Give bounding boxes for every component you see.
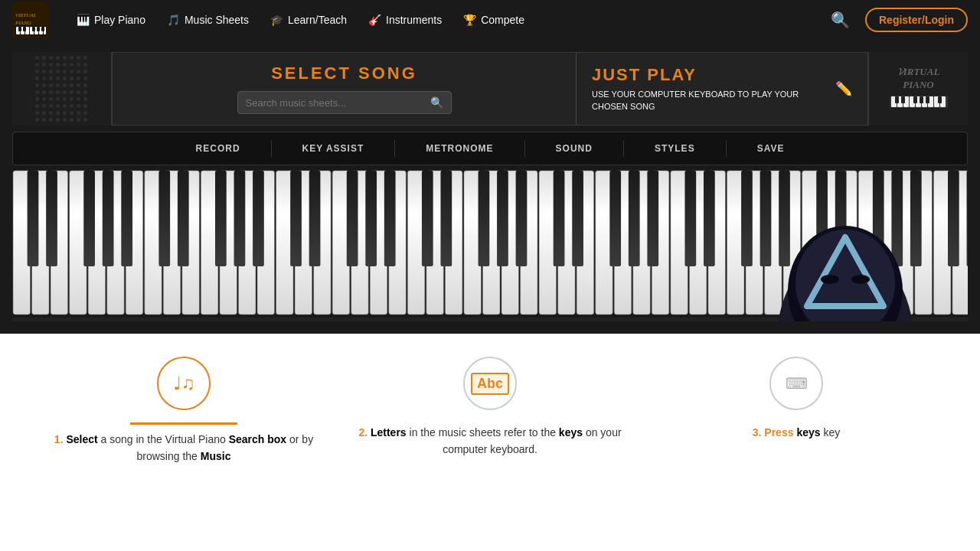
step-1-icon[interactable]: ♩♫ [157,357,211,410]
svg-rect-16 [41,27,44,31]
grill-left [28,48,96,130]
black-key[interactable] [741,171,753,266]
black-key[interactable] [365,171,377,266]
black-key[interactable] [158,171,170,266]
step-2: Abc 2. Letters in the music sheets refer… [337,357,643,465]
select-song-panel: SELECT SONG 🔍 [113,53,577,125]
black-key[interactable] [103,171,114,266]
svg-rect-13 [23,27,26,31]
black-key[interactable] [910,171,922,266]
black-key[interactable] [83,171,95,266]
black-key[interactable] [422,171,433,266]
piano-keys-container [12,168,968,321]
black-key[interactable] [309,171,321,266]
step-3-text: 3. Press keys key [658,424,934,441]
guitar-icon: 🎸 [368,14,381,26]
black-key[interactable] [121,171,132,266]
music-notes-icon: ♩♫ [173,373,195,394]
svg-rect-15 [37,27,40,31]
piano-keys [12,168,968,318]
nav-item-compete[interactable]: 🏆 Compete [454,9,534,31]
svg-rect-12 [18,27,21,31]
nav-item-instruments[interactable]: 🎸 Instruments [359,9,451,31]
black-key[interactable] [760,171,772,266]
select-song-title: SELECT SONG [136,64,553,83]
black-key[interactable] [290,171,302,266]
step-3: ⌨ 3. Press keys key [643,357,949,465]
step-1-text: 1. Select a song in the Virtual Piano Se… [46,431,322,465]
black-key[interactable] [684,171,696,266]
black-key[interactable] [46,171,57,266]
logo[interactable]: V IRTUAL PIANO [12,2,52,38]
speaker-right: 𝓥IRTUAL PIANO [868,52,968,126]
black-key[interactable] [779,171,790,266]
bottom-content: ♩♫ 1. Select a song in the Virtual Piano… [0,334,980,488]
edit-icon[interactable]: ✏️ [835,80,852,97]
just-play-title: JUST PLAY [592,65,828,85]
controls-bar: RECORD KEY ASSIST METRONOME SOUND STYLES… [12,132,968,165]
black-key[interactable] [497,171,508,266]
step-1-underline [130,422,237,425]
black-key[interactable] [891,171,903,266]
just-play-text: JUST PLAY USE YOUR COMPUTER KEYBOARD TO … [592,65,828,113]
svg-text:PIANO: PIANO [15,20,31,26]
trophy-icon: 🏆 [463,14,476,26]
black-key[interactable] [967,171,968,266]
search-input[interactable] [246,97,430,109]
just-play-description: USE YOUR COMPUTER KEYBOARD TO PLAY YOUR … [592,88,828,113]
nav-item-music-sheets[interactable]: 🎵 Music Sheets [158,9,258,31]
control-record[interactable]: RECORD [165,140,272,157]
vp-logo-overlay: 𝓥IRTUAL PIANO [888,66,949,112]
control-styles[interactable]: STYLES [624,140,727,157]
black-key[interactable] [816,171,828,266]
black-key[interactable] [572,171,583,266]
search-button[interactable]: 🔍 [825,8,856,32]
svg-rect-31 [926,96,929,103]
step-2-text: 2. Letters in the music sheets refer to … [352,424,628,458]
svg-rect-29 [913,96,917,103]
nav-item-learn-teach[interactable]: 🎓 Learn/Teach [261,9,356,31]
search-submit-button[interactable]: 🔍 [430,96,443,109]
control-metronome[interactable]: METRONOME [395,140,524,157]
black-key[interactable] [28,171,39,266]
search-bar[interactable]: 🔍 [237,91,452,114]
black-key[interactable] [516,171,528,266]
black-key[interactable] [609,171,621,266]
black-key[interactable] [384,171,396,266]
black-key[interactable] [948,171,959,266]
graduation-icon: 🎓 [270,14,283,26]
svg-rect-14 [32,27,35,31]
black-key[interactable] [647,171,658,266]
step-2-icon[interactable]: Abc [463,357,517,410]
just-play-panel: JUST PLAY USE YOUR COMPUTER KEYBOARD TO … [577,53,867,125]
register-login-button[interactable]: Register/Login [865,8,968,32]
black-key[interactable] [253,171,264,266]
svg-rect-27 [895,96,899,103]
control-key-assist[interactable]: KEY ASSIST [272,140,396,157]
step-1: ♩♫ 1. Select a song in the Virtual Piano… [31,357,337,465]
black-key[interactable] [835,171,847,266]
black-key[interactable] [873,171,884,266]
svg-rect-32 [938,96,942,103]
black-key[interactable] [178,171,189,266]
svg-rect-28 [901,96,905,103]
black-key[interactable] [234,171,246,266]
control-save[interactable]: SAVE [727,140,815,157]
black-key[interactable] [215,171,227,266]
search-submit-icon: 🔍 [430,96,443,109]
black-key[interactable] [479,171,490,266]
black-key[interactable] [704,171,715,266]
nav-item-play-piano[interactable]: 🎹 Play Piano [67,9,155,31]
black-key[interactable] [629,171,640,266]
search-icon: 🔍 [831,11,850,28]
song-selector-main: SELECT SONG 🔍 JUST PLAY USE YOUR COMPUTE… [112,52,868,126]
keyboard-icon: ⌨ [786,374,808,393]
step-3-icon[interactable]: ⌨ [769,357,823,410]
black-key[interactable] [347,171,358,266]
piano-section: 𝓥IRTUAL PIANO [0,40,980,334]
black-key[interactable] [440,171,452,266]
control-sound[interactable]: SOUND [525,140,624,157]
black-key[interactable] [554,171,565,266]
nav-links: 🎹 Play Piano 🎵 Music Sheets 🎓 Learn/Teac… [67,9,825,31]
abc-icon: Abc [471,373,509,395]
